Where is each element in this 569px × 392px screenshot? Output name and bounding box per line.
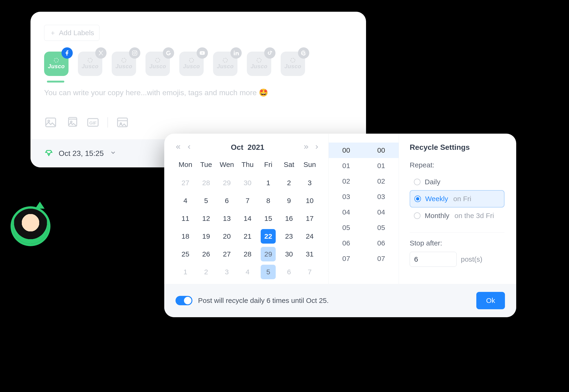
recycle-icon[interactable] [44, 148, 54, 159]
editor-placeholder[interactable]: You can write your copy here...with emoj… [44, 88, 352, 97]
calendar-day[interactable]: 6 [219, 194, 234, 208]
calendar-day[interactable]: 25 [178, 247, 193, 261]
time-cell[interactable]: 01 [329, 158, 364, 173]
time-cell[interactable]: 05 [329, 220, 364, 235]
calendar-day[interactable]: 13 [219, 211, 234, 226]
gallery-icon[interactable] [65, 116, 78, 129]
time-cell[interactable]: 04 [329, 204, 364, 220]
calendar-day[interactable]: 1 [178, 265, 193, 279]
calendar-day[interactable]: 28 [240, 247, 255, 261]
calendar-day[interactable]: 5 [261, 265, 276, 279]
calendar-month[interactable]: Oct [231, 143, 243, 152]
next-month-icon[interactable] [303, 144, 309, 151]
calendar-day[interactable]: 20 [219, 229, 234, 244]
footer-text: Post will recycle daily 6 times until Oc… [198, 297, 329, 305]
dow-header: Sun [299, 158, 320, 172]
add-labels-button[interactable]: ＋ Add Labels [44, 25, 100, 41]
calendar-day[interactable]: 8 [261, 194, 276, 208]
calendar-day[interactable]: 30 [240, 176, 255, 190]
calendar-day[interactable]: 26 [199, 247, 214, 261]
calendar-day[interactable]: 30 [282, 247, 297, 261]
repeat-option-daily[interactable]: Daily [410, 174, 504, 190]
calendar-day[interactable]: 2 [282, 176, 297, 190]
calendar-day[interactable]: 24 [302, 229, 317, 244]
scheduler-footer: Post will recycle daily 6 times until Oc… [164, 284, 516, 317]
calendar-day[interactable]: 9 [282, 194, 297, 208]
calendar-day[interactable]: 7 [240, 194, 255, 208]
calendar-day[interactable]: 7 [302, 265, 317, 279]
repeat-option-weekly[interactable]: Weekly on Fri [410, 190, 504, 208]
calendar-day[interactable]: 27 [219, 247, 234, 261]
time-cell[interactable]: 07 [364, 251, 399, 266]
account-x[interactable]: Jusco [78, 52, 102, 76]
calendar-day[interactable]: 31 [302, 247, 317, 261]
calendar-day[interactable]: 11 [178, 211, 193, 226]
ok-button[interactable]: Ok [476, 292, 505, 309]
calendar-day[interactable]: 18 [178, 229, 193, 244]
account-instagram[interactable]: Jusco [112, 52, 136, 76]
instagram-icon [129, 47, 140, 59]
minutes-column[interactable]: 0001020304050607 [364, 142, 399, 284]
avatar-image [13, 209, 48, 244]
time-cell[interactable]: 06 [329, 235, 364, 251]
account-pinterest[interactable]: Jusco [281, 52, 305, 76]
calendar-day[interactable]: 4 [240, 265, 255, 279]
template-icon[interactable] [116, 116, 129, 129]
calendar-day[interactable]: 14 [240, 211, 255, 226]
calendar-year[interactable]: 2021 [248, 143, 264, 152]
stop-after-input[interactable] [410, 252, 457, 267]
calendar-day[interactable]: 23 [282, 229, 297, 244]
time-cell[interactable]: 00 [329, 142, 364, 158]
repeat-option-monthly[interactable]: Monthly on the 3d Fri [410, 208, 504, 224]
calendar-day[interactable]: 6 [282, 265, 297, 279]
youtube-icon [197, 47, 208, 59]
calendar-day[interactable]: 3 [302, 176, 317, 190]
image-icon[interactable] [44, 116, 57, 129]
account-linkedin[interactable]: Jusco [213, 52, 237, 76]
time-cell[interactable]: 02 [329, 173, 364, 189]
calendar-day[interactable]: 3 [219, 265, 234, 279]
calendar-day[interactable]: 4 [178, 194, 193, 208]
calendar-day[interactable]: 2 [199, 265, 214, 279]
time-cell[interactable]: 05 [364, 220, 399, 235]
calendar-day[interactable]: 29 [219, 176, 234, 190]
time-cell[interactable]: 01 [364, 158, 399, 173]
account-google[interactable]: Jusco [146, 52, 170, 76]
time-cell[interactable]: 03 [364, 189, 399, 204]
next-year-icon[interactable] [313, 144, 320, 151]
time-cell[interactable]: 06 [364, 235, 399, 251]
calendar-day[interactable]: 5 [199, 194, 214, 208]
time-cell[interactable]: 04 [364, 204, 399, 220]
repeat-label: Repeat: [410, 161, 504, 169]
dow-header: Sat [278, 158, 299, 172]
calendar-day[interactable]: 12 [199, 211, 214, 226]
calendar-day[interactable]: 1 [261, 176, 276, 190]
time-cell[interactable]: 02 [364, 173, 399, 189]
prev-year-icon[interactable] [175, 144, 182, 151]
calendar-day[interactable]: 21 [240, 229, 255, 244]
chevron-down-icon[interactable] [110, 149, 117, 158]
calendar-day[interactable]: 15 [261, 211, 276, 226]
time-cell[interactable]: 03 [329, 189, 364, 204]
calendar-day[interactable]: 17 [302, 211, 317, 226]
account-youtube[interactable]: Jusco [179, 52, 204, 76]
user-avatar[interactable] [13, 209, 48, 244]
time-cell[interactable]: 00 [364, 142, 399, 158]
recycle-toggle[interactable] [175, 296, 192, 305]
active-indicator [47, 81, 64, 83]
calendar-day[interactable]: 28 [199, 176, 214, 190]
calendar-day[interactable]: 19 [199, 229, 214, 244]
account-tiktok[interactable]: Jusco [247, 52, 271, 76]
svg-rect-4 [234, 52, 235, 55]
calendar-day[interactable]: 27 [178, 176, 193, 190]
calendar-day[interactable]: 10 [302, 194, 317, 208]
gif-icon[interactable]: GIF [86, 116, 100, 129]
prev-month-icon[interactable] [186, 144, 192, 151]
calendar-day[interactable]: 16 [282, 211, 297, 226]
schedule-label[interactable]: Oct 23, 15:25 [59, 149, 104, 158]
calendar-day[interactable]: 29 [261, 247, 276, 261]
time-cell[interactable]: 07 [329, 251, 364, 266]
calendar-day[interactable]: 22 [261, 229, 276, 244]
account-facebook[interactable]: Jusco [44, 52, 69, 76]
hours-column[interactable]: 0001020304050607 [329, 142, 364, 284]
